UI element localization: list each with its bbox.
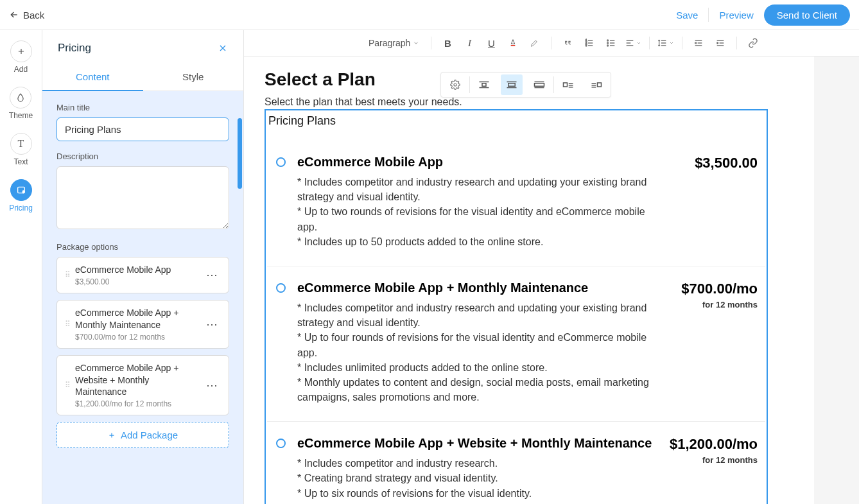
toolbar-add[interactable]: Add: [10, 40, 32, 74]
block-toolbar: [440, 72, 611, 98]
text-color-icon: [508, 38, 518, 48]
indent-decrease-button[interactable]: [690, 35, 707, 51]
text-color-button[interactable]: [505, 35, 521, 51]
side-toolbar: Add Theme T Text $ Pricing: [0, 30, 42, 504]
plan-sub: for 12 months: [668, 455, 758, 465]
preview-link[interactable]: Preview: [719, 10, 753, 21]
package-name: eCommerce Mobile App + Monthly Maintenan…: [75, 307, 200, 331]
plan-radio[interactable]: [276, 439, 286, 448]
drop-icon: [16, 92, 25, 103]
canvas-right-gutter: [814, 56, 859, 504]
highlight-button[interactable]: [526, 35, 543, 51]
save-link[interactable]: Save: [676, 10, 698, 21]
canvas: Paragraph B I U 123: [244, 30, 859, 504]
numbered-list-button[interactable]: 123: [581, 35, 598, 51]
close-icon: [218, 43, 228, 53]
package-menu-button[interactable]: ⋯: [204, 381, 221, 390]
toolbar-theme-label: Theme: [9, 111, 33, 120]
align-full-icon: [534, 80, 545, 89]
chevron-down-icon: [636, 40, 641, 46]
indent-increase-icon: [715, 38, 725, 48]
package-menu-button[interactable]: ⋯: [204, 270, 221, 279]
plan-price: $700.00/mo: [668, 281, 758, 297]
underline-button[interactable]: U: [483, 35, 499, 51]
panel-scrollbar-thumb[interactable]: [238, 118, 242, 189]
align-button[interactable]: [625, 35, 641, 51]
doc-subheading: Select the plan that best meets your nee…: [265, 96, 768, 108]
send-to-client-button[interactable]: Send to Client: [764, 4, 850, 26]
wrap-right-icon: [591, 80, 602, 89]
svg-rect-14: [598, 83, 602, 87]
add-package-button[interactable]: Add Package: [56, 422, 229, 448]
package-price: $1,200.00/mo for 12 months: [75, 399, 200, 408]
link-button[interactable]: [745, 35, 761, 51]
quote-icon: [562, 38, 573, 48]
panel-close-button[interactable]: [218, 43, 228, 53]
plan-radio[interactable]: [276, 157, 286, 167]
plan-row: eCommerce Mobile App + Monthly Maintenan…: [267, 266, 765, 422]
toolbar-pricing-label: Pricing: [9, 204, 33, 213]
bold-button[interactable]: B: [439, 35, 456, 51]
plan-price: $3,500.00: [668, 155, 758, 171]
plan-description: * Includes competitor and industry resea…: [297, 175, 656, 249]
line-spacing-button[interactable]: [657, 35, 674, 51]
package-card[interactable]: ⠿ eCommerce Mobile App $3,500.00 ⋯: [56, 257, 229, 293]
add-package-label: Add Package: [121, 430, 178, 440]
quote-button[interactable]: [559, 35, 576, 51]
package-card[interactable]: ⠿ eCommerce Mobile App + Monthly Mainten…: [56, 300, 229, 349]
package-price: $700.00/mo for 12 months: [75, 333, 200, 342]
align-small-icon: [478, 80, 490, 89]
package-card[interactable]: ⠿ eCommerce Mobile App + Website + Month…: [56, 355, 229, 416]
gear-icon: [450, 80, 460, 90]
indent-increase-button[interactable]: [712, 35, 729, 51]
back-label: Back: [23, 10, 44, 21]
wrap-left-button[interactable]: [554, 72, 582, 98]
editor-toolbar: Paragraph B I U 123: [244, 30, 859, 56]
separator: [551, 37, 551, 49]
package-name: eCommerce Mobile App: [75, 264, 200, 276]
main-title-input[interactable]: [56, 117, 229, 141]
bullet-list-button[interactable]: [603, 35, 620, 51]
toolbar-theme[interactable]: Theme: [9, 87, 33, 120]
toolbar-pricing[interactable]: $ Pricing: [9, 179, 33, 213]
drag-handle-icon[interactable]: ⠿: [65, 273, 71, 277]
pricing-block[interactable]: Pricing Plans eCommerce Mobile App * Inc…: [265, 109, 768, 504]
tab-style[interactable]: Style: [143, 65, 244, 91]
drag-handle-icon[interactable]: ⠿: [65, 383, 71, 387]
separator: [736, 37, 737, 49]
plan-radio[interactable]: [276, 283, 286, 293]
tab-content[interactable]: Content: [42, 65, 143, 91]
svg-point-9: [454, 83, 456, 86]
pricing-block-title: Pricing Plans: [267, 112, 765, 141]
italic-button[interactable]: I: [461, 35, 478, 51]
svg-rect-11: [508, 83, 516, 87]
pricing-panel: Pricing Content Style Main title Descrip…: [42, 30, 244, 504]
drag-handle-icon[interactable]: ⠿: [65, 322, 71, 326]
back-button[interactable]: Back: [5, 6, 48, 24]
plan-price: $1,200.00/mo: [668, 436, 758, 453]
document-area[interactable]: Select a Plan Select the plan that best …: [244, 56, 814, 504]
toolbar-text-label: Text: [13, 157, 28, 166]
description-label: Description: [56, 152, 229, 161]
plus-icon: [108, 431, 116, 439]
package-menu-button[interactable]: ⋯: [204, 320, 221, 329]
toolbar-text[interactable]: T Text: [10, 133, 32, 166]
chevron-down-icon: [413, 40, 419, 46]
separator: [431, 37, 431, 49]
svg-rect-12: [535, 83, 544, 87]
align-small-button[interactable]: [470, 72, 498, 98]
block-settings-button[interactable]: [441, 72, 469, 98]
svg-rect-10: [482, 83, 486, 87]
align-medium-button[interactable]: [501, 74, 523, 95]
plan-row: eCommerce Mobile App * Includes competit…: [267, 141, 765, 266]
wrap-right-button[interactable]: [582, 72, 611, 98]
align-full-button[interactable]: [525, 72, 553, 98]
ordered-list-icon: 123: [584, 38, 594, 48]
package-name: eCommerce Mobile App + Website + Monthly…: [75, 362, 200, 399]
plan-description: * Includes competitor and industry resea…: [297, 300, 656, 404]
plan-name: eCommerce Mobile App: [297, 155, 656, 169]
unordered-list-icon: [606, 38, 616, 48]
wrap-left-icon: [562, 80, 574, 89]
paragraph-style-dropdown[interactable]: Paragraph: [365, 35, 423, 51]
description-textarea[interactable]: [56, 166, 229, 229]
